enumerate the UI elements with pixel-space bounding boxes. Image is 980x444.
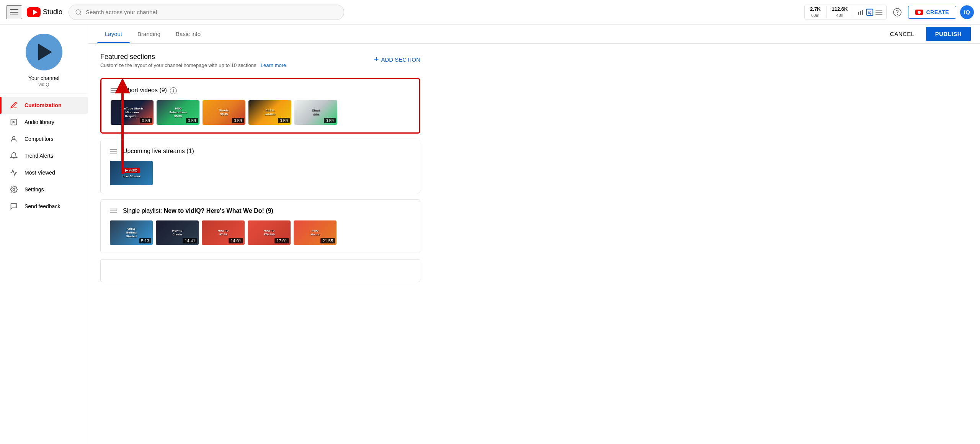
publish-button[interactable]: PUBLISH xyxy=(926,27,971,41)
sidebar-label-send-feedback: Send feedback xyxy=(24,203,60,209)
top-nav: Studio 2.7K 60m 112.6K 48h I xyxy=(0,0,980,24)
upcoming-live-streams-section: Upcoming live streams (1) ▶ vidIQ Live S… xyxy=(100,140,420,193)
svg-rect-5 xyxy=(862,10,863,15)
live-stream-thumb-1: ▶ vidIQ Live Stream xyxy=(110,161,153,185)
short-videos-info-icon[interactable]: i xyxy=(170,87,177,94)
short-video-thumb-4: 5.17%subtitle 0:59 xyxy=(248,100,291,125)
playlist-thumb-4: How To970 980 17:01 xyxy=(248,220,291,245)
short-videos-header: Short videos (9) i xyxy=(111,87,410,94)
sidebar-item-audio-library[interactable]: Audio library xyxy=(0,114,88,131)
channel-avatar xyxy=(26,34,62,70)
stat-subscribers: 112.6K 48h xyxy=(826,6,854,18)
featured-title: Featured sections xyxy=(100,53,286,61)
svg-point-16 xyxy=(13,189,15,191)
live-streams-header: Upcoming live streams (1) xyxy=(110,148,411,155)
short-video-thumb-3: Shorts$$ $$ 0:59 xyxy=(203,100,245,125)
svg-marker-0 xyxy=(33,10,38,15)
playlist-thumb-2: How toCreate 14:41 xyxy=(156,220,199,245)
search-input[interactable] xyxy=(86,9,338,15)
svg-point-12 xyxy=(897,14,898,15)
main-content: Layout Branding Basic info CANCEL PUBLIS… xyxy=(88,24,980,444)
svg-rect-9 xyxy=(875,12,882,13)
search-bar[interactable] xyxy=(69,5,344,20)
sidebar-item-competitors[interactable]: Competitors xyxy=(0,131,88,147)
cancel-button[interactable]: CANCEL xyxy=(883,27,921,41)
playlist-thumb-3: How To97 98 14:01 xyxy=(202,220,245,245)
svg-rect-8 xyxy=(875,10,882,11)
nav-left: Studio xyxy=(6,5,62,19)
help-button[interactable] xyxy=(890,5,904,19)
sidebar-label-audio-library: Audio library xyxy=(24,119,54,125)
playlist-thumb-1: vidIQGettingStarted 5:13 xyxy=(110,220,153,245)
live-streams-drag-handle[interactable] xyxy=(110,149,117,153)
settings-icon xyxy=(9,185,18,194)
sidebar-item-most-viewed[interactable]: Most Viewed xyxy=(0,164,88,181)
content-area: Featured sections Customize the layout o… xyxy=(88,44,433,297)
tab-layout[interactable]: Layout xyxy=(97,24,130,43)
sidebar-nav: Customization Audio library Competitors xyxy=(0,94,88,218)
sidebar-label-customization: Customization xyxy=(24,102,61,108)
tab-branding[interactable]: Branding xyxy=(130,24,168,43)
channel-name: Your channel xyxy=(28,75,59,81)
customization-icon xyxy=(9,101,18,110)
add-section-button[interactable]: + ADD SECTION xyxy=(374,54,420,64)
sidebar-item-trend-alerts[interactable]: Trend Alerts xyxy=(0,147,88,164)
nav-right: 2.7K 60m 112.6K 48h IQ xyxy=(804,5,974,20)
svg-line-2 xyxy=(80,13,81,15)
profile-icon: IQ xyxy=(866,8,874,16)
learn-more-link[interactable]: Learn more xyxy=(261,62,286,68)
svg-rect-14 xyxy=(11,119,17,125)
tabs-actions: CANCEL PUBLISH xyxy=(883,27,971,41)
logo-text: Studio xyxy=(43,8,62,16)
tab-basic-info[interactable]: Basic info xyxy=(168,24,208,43)
send-feedback-icon xyxy=(9,202,18,211)
svg-point-15 xyxy=(13,136,15,139)
playlist-thumb-5: 4000Hours 21:55 xyxy=(294,220,336,245)
sidebar-item-send-feedback[interactable]: Send feedback xyxy=(0,198,88,215)
stat-icons: IQ xyxy=(853,8,886,16)
stats-box: 2.7K 60m 112.6K 48h IQ xyxy=(804,5,887,20)
menu-icon[interactable] xyxy=(875,9,882,16)
record-icon xyxy=(915,10,923,15)
section-header-row: Featured sections Customize the layout o… xyxy=(100,53,420,76)
sidebar-label-competitors: Competitors xyxy=(24,136,53,142)
playlist-header: Single playlist: New to vidIQ? Here's Wh… xyxy=(110,207,411,214)
live-streams-title: Upcoming live streams (1) xyxy=(123,148,194,155)
avatar[interactable]: IQ xyxy=(960,5,974,19)
svg-point-1 xyxy=(76,10,80,14)
svg-rect-4 xyxy=(860,11,861,15)
short-videos-title: Short videos (9) i xyxy=(124,87,177,94)
short-videos-thumbnails: YouTube ShortsMinimumRequire... 0:59 100… xyxy=(111,100,410,125)
short-videos-section: Short videos (9) i YouTube ShortsMinimum… xyxy=(100,78,420,134)
audio-library-icon xyxy=(9,118,18,127)
sidebar-label-trend-alerts: Trend Alerts xyxy=(24,153,53,159)
youtube-logo-icon xyxy=(27,7,41,17)
most-viewed-icon xyxy=(9,168,18,177)
empty-section-card xyxy=(100,259,420,282)
svg-rect-3 xyxy=(858,12,859,15)
channel-info: Your channel vidIQ xyxy=(0,24,88,94)
featured-desc: Customize the layout of your channel hom… xyxy=(100,62,286,68)
tabs-bar: Layout Branding Basic info CANCEL PUBLIS… xyxy=(88,24,980,44)
sidebar-label-most-viewed: Most Viewed xyxy=(24,170,55,176)
sidebar: Your channel vidIQ Customization Audio l… xyxy=(0,24,88,444)
short-video-thumb-2: 1000Subscribers$$ $$ 0:59 xyxy=(157,100,199,125)
svg-point-13 xyxy=(918,11,921,14)
playlist-thumbnails: vidIQGettingStarted 5:13 How toCreate 14… xyxy=(110,220,411,245)
playlist-drag-handle[interactable] xyxy=(110,209,117,213)
live-streams-thumbnails: ▶ vidIQ Live Stream xyxy=(110,161,411,185)
single-playlist-section: Single playlist: New to vidIQ? Here's Wh… xyxy=(100,199,420,253)
create-button[interactable]: CREATE xyxy=(908,6,956,19)
short-video-thumb-5: Chartdata 0:59 xyxy=(294,100,337,125)
hamburger-menu[interactable] xyxy=(6,5,22,19)
channel-handle: vidIQ xyxy=(38,82,49,87)
sidebar-item-customization[interactable]: Customization xyxy=(0,97,88,114)
short-videos-drag-handle[interactable] xyxy=(111,88,118,93)
stat-views: 2.7K 60m xyxy=(805,6,826,18)
short-video-thumb-1: YouTube ShortsMinimumRequire... 0:59 xyxy=(111,100,154,125)
playlist-title: Single playlist: New to vidIQ? Here's Wh… xyxy=(123,207,273,214)
sidebar-item-settings[interactable]: Settings xyxy=(0,181,88,198)
svg-text:IQ: IQ xyxy=(868,11,872,14)
trend-alerts-icon xyxy=(9,151,18,160)
logo[interactable]: Studio xyxy=(27,7,62,17)
